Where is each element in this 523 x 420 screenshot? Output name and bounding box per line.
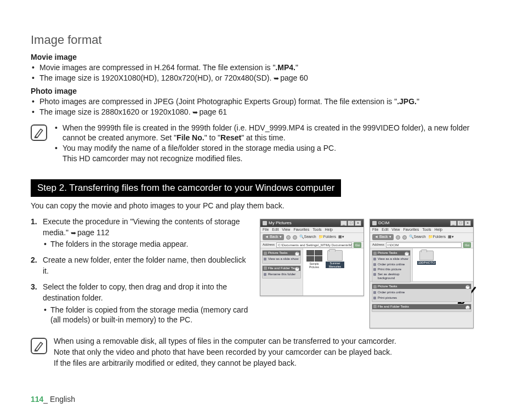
- footer-language: English: [50, 395, 75, 404]
- page-ref: page 61: [192, 107, 227, 116]
- note-icon: [31, 338, 47, 354]
- menu-tools[interactable]: Tools: [312, 228, 321, 231]
- menu-favorites[interactable]: Favorites: [403, 228, 419, 231]
- menubar[interactable]: FileEditViewFavoritesToolsHelp: [370, 227, 473, 233]
- expand-icon[interactable]: ⌄: [465, 305, 470, 310]
- address-label: Address: [263, 243, 275, 247]
- text: Movie images are compressed in H.264 for…: [39, 63, 275, 72]
- menu-tools[interactable]: Tools: [422, 228, 431, 231]
- go-button[interactable]: Go: [463, 242, 471, 248]
- window-title: DCIM: [378, 220, 389, 226]
- text: This HD camcorder may not recognize modi…: [62, 154, 242, 163]
- folder-sample-pictures[interactable]: Sample Pictures: [305, 250, 323, 269]
- go-button[interactable]: Go: [354, 242, 361, 248]
- address-field[interactable]: I:\DCIM: [386, 242, 462, 248]
- picture-tasks-panel: Picture Tasks ⌃ View as a slide show: [262, 250, 301, 263]
- text: You may modify the name of a file/folder…: [62, 144, 336, 152]
- menu-help[interactable]: Help: [435, 228, 442, 231]
- address-bar: Address C:\Documents and Settings\_M7\My…: [260, 242, 363, 248]
- step-2: 2. Create a new folder, enter the folder…: [31, 255, 250, 276]
- search-button[interactable]: 🔍Search: [409, 235, 426, 239]
- explorer-window-my-pictures: My Pictures _ □ × FileEditViewFavoritesT…: [260, 219, 364, 296]
- folder-icon: [419, 251, 434, 260]
- menubar[interactable]: FileEditViewFavoritesToolsHelp: [260, 227, 363, 233]
- menu-favorites[interactable]: Favorites: [293, 228, 309, 231]
- text: Note that only the video and photo that …: [54, 348, 392, 356]
- task-link[interactable]: Rename this folder: [264, 272, 299, 277]
- search-button[interactable]: 🔍Search: [299, 235, 316, 239]
- task-link[interactable]: Order prints online: [373, 262, 409, 267]
- text: Folders: [323, 235, 336, 239]
- text: Back: [379, 235, 388, 239]
- text: " to ": [204, 133, 220, 142]
- task-link[interactable]: Print this picture: [373, 267, 409, 272]
- section-title: Image format: [31, 33, 492, 47]
- forward-button[interactable]: [286, 235, 291, 240]
- text: Folders: [433, 235, 446, 239]
- picture-tasks-panel: Picture Tasks ⌃ View as a slide show Ord…: [372, 250, 411, 282]
- text: Search: [414, 235, 426, 239]
- maximize-button[interactable]: □: [457, 220, 464, 226]
- note2-body: When using a removable disk, all types o…: [54, 336, 492, 368]
- back-button[interactable]: ◄ Back ▾: [372, 234, 394, 240]
- text-bold: File No.: [177, 133, 204, 142]
- file-folder-tasks-panel: File and Folder Tasks ⌃ Rename this fold…: [262, 265, 301, 279]
- up-button[interactable]: [402, 235, 407, 240]
- maximize-button[interactable]: □: [348, 220, 354, 226]
- menu-view[interactable]: View: [391, 228, 400, 231]
- text: Select the folder to copy, then drag and…: [43, 282, 227, 302]
- menu-help[interactable]: Help: [325, 228, 333, 231]
- text: Search: [304, 235, 316, 239]
- views-button[interactable]: ▦▾: [338, 235, 344, 239]
- photo-image-heading: Photo image: [31, 87, 492, 95]
- photo-bullet-1: Photo images are compressed in JPEG (Joi…: [31, 97, 492, 107]
- back-button[interactable]: ◄ Back ▾: [263, 234, 284, 240]
- text: If the files are arbitrarily modified or…: [54, 359, 297, 367]
- task-link[interactable]: View as a slide show: [373, 257, 409, 262]
- minimize-button[interactable]: _: [340, 220, 347, 226]
- up-button[interactable]: [293, 235, 297, 240]
- menu-edit[interactable]: Edit: [382, 228, 388, 231]
- folder-summer-memories[interactable]: Summer Memories: [326, 250, 344, 269]
- note1-bullet-1: When the 9999th file is created in the 9…: [54, 123, 492, 144]
- step-intro: You can copy the movie and photo images …: [31, 201, 492, 210]
- collapse-icon[interactable]: ⌃: [295, 267, 299, 271]
- close-button[interactable]: ×: [355, 220, 361, 226]
- menu-edit[interactable]: Edit: [272, 228, 278, 231]
- step-num: 3.: [31, 282, 37, 293]
- close-button[interactable]: ×: [464, 220, 471, 226]
- text: Create a new folder, enter the folder na…: [43, 256, 246, 275]
- folders-button[interactable]: 📁Folders: [319, 235, 336, 239]
- task-link[interactable]: Print pictures: [373, 296, 470, 300]
- forward-button[interactable]: [396, 235, 400, 240]
- folder-label-selected: Summer Memories: [326, 262, 344, 268]
- task-link[interactable]: Order prints online: [373, 290, 470, 295]
- text: Back: [270, 235, 278, 239]
- folder-100photo[interactable]: 100PHOTO: [415, 251, 438, 265]
- views-button[interactable]: ▦▾: [448, 235, 454, 239]
- text: The image size is 2880x1620 or 1920x1080…: [39, 107, 192, 116]
- panel-header: Picture Tasks: [378, 285, 397, 288]
- task-link[interactable]: Set as desktop background: [373, 272, 409, 281]
- text: ": [417, 97, 419, 106]
- task-link[interactable]: View as a slide show: [264, 257, 299, 262]
- step-3-sub: The folder is copied from the storage me…: [43, 305, 250, 326]
- folders-button[interactable]: 📁Folders: [428, 235, 446, 239]
- text-bold: .JPG.: [397, 97, 417, 106]
- folder-pane[interactable]: 100PHOTO: [413, 248, 473, 281]
- menu-file[interactable]: File: [372, 228, 378, 231]
- step-num: 1.: [31, 217, 37, 228]
- titlebar: My Pictures _ □ ×: [260, 219, 363, 227]
- folder-label: Sample Pictures: [305, 262, 323, 269]
- menu-file[interactable]: File: [263, 228, 269, 231]
- menu-view[interactable]: View: [282, 228, 290, 231]
- movie-image-heading: Movie image: [31, 53, 492, 61]
- page-footer: 114_ English: [31, 395, 75, 404]
- text: When using a removable disk, all types o…: [54, 337, 396, 345]
- photo-bullet-2: The image size is 2880x1620 or 1920x1080…: [31, 107, 492, 117]
- address-field[interactable]: C:\Documents and Settings\_M7\My Documen…: [276, 242, 352, 248]
- toolbar: ◄ Back ▾ 🔍Search 📁Folders ▦▾: [260, 233, 363, 242]
- minimize-button[interactable]: _: [450, 220, 457, 226]
- text: The image size is 1920X1080(HD), 1280x72…: [39, 73, 274, 82]
- step-3: 3. Select the folder to copy, then drag …: [31, 282, 250, 325]
